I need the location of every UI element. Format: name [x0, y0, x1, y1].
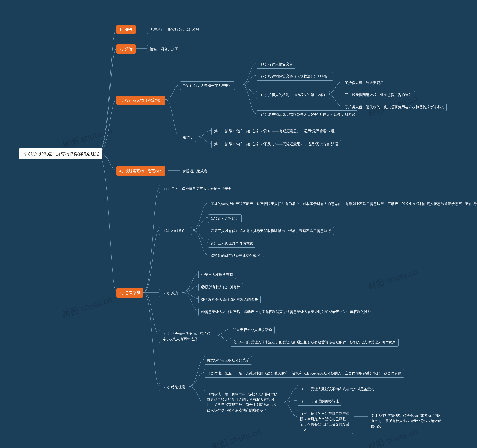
- watermark: 树图 shutu.cn: [61, 124, 114, 151]
- node-3-a-3[interactable]: （3）拾得人的权利（《物权法》第112条）: [256, 91, 330, 99]
- node-3-a-3-iii[interactable]: ③拾得人侵占遗失物的，丧失必要费用请求权和悬赏报酬请求权: [342, 103, 447, 111]
- watermark: 树图 shutu.cn: [210, 426, 263, 448]
- node-5-e-3-c-1[interactable]: 受让人依照前款规定取得不动产或者动产的所有权的，原所有权人有权向无处分权人请求赔…: [368, 412, 446, 430]
- node-5-e[interactable]: （5）特别注意: [159, 383, 188, 391]
- node-3-a-4[interactable]: （4）遗失物归属：招领公告之日起6个月内无人认领，归国家: [256, 110, 358, 119]
- node-5-d[interactable]: （4）遗失物一般不适用善意取得，权利人有两种选择: [159, 330, 215, 343]
- node-5-e-3-b[interactable]: （二）以合理的价格转让: [297, 397, 342, 406]
- node-1-a[interactable]: 无主动产，事实行为，原始取得: [147, 25, 202, 34]
- node-3-a-3-ii[interactable]: ②一般无报酬请求权，但有悬赏广告的除外: [342, 91, 415, 99]
- node-5-b[interactable]: （2）构成要件：: [159, 227, 192, 235]
- node-2[interactable]: 2、添附: [116, 44, 136, 54]
- node-5-e-3[interactable]: 《物权法》第一百零六条 无处分权人将不动产或者动产转让给受让人的，所有权人有权追…: [204, 390, 282, 414]
- node-3[interactable]: 3、拾得遗失物（漂流物）: [116, 95, 166, 105]
- node-5-b-4[interactable]: ④第三人受让财产时为善意: [208, 239, 256, 248]
- node-5-b-3[interactable]: ③第三人以有偿方式取得：排除无偿取得即赠与、继承、遗赠不适用善意取得: [208, 227, 334, 235]
- node-2-a[interactable]: 附合、混合、加工: [147, 45, 181, 53]
- node-3-a-2[interactable]: （2）拾得物保管义务（《物权法》第111条）: [256, 72, 333, 81]
- node-5-e-1[interactable]: 善意取得与无权处分的关系: [204, 356, 252, 365]
- watermark: 树图 shutu.cn: [367, 266, 419, 293]
- node-5-b-2[interactable]: ②转让人无权处分: [208, 214, 242, 223]
- node-4-a[interactable]: 参照遗失物规定: [180, 167, 210, 175]
- watermark: 树图 shutu.cn: [61, 294, 114, 320]
- node-3-b-2[interactable]: 第二，拾得＋“自主占有”心态（“不及时”——无返还意思），适用“无权占有”法理: [211, 140, 341, 148]
- node-5[interactable]: 5、善意取得: [116, 288, 143, 298]
- node-5-e-2[interactable]: 《合同法》第五十一条 无处分权的人处分他人财产，经权利人追认或者无处分权的人订立…: [204, 369, 404, 378]
- node-5-c[interactable]: （3）效力: [159, 289, 181, 297]
- node-3-b[interactable]: 总结：: [180, 134, 196, 142]
- node-5-b-5[interactable]: ⑤转让的财产已经完成交付或登记: [208, 252, 266, 260]
- node-3-a[interactable]: 事实行为，遗失物并非无主财产: [180, 81, 235, 90]
- node-4[interactable]: 4、发现埋藏物、隐藏物：: [116, 166, 166, 176]
- node-5-c-4[interactable]: ④善意受让人取得动产后，该动产上的原有权利消灭，但善意受让人在受让时知道或者应当…: [198, 308, 374, 316]
- mindmap-canvas: 树图 shutu.cn 树图 shutu.cn 树图 shutu.cn 树图 s…: [0, 0, 477, 448]
- node-5-d-2[interactable]: ②二年内向受让人请求返还。但受让人如通过拍卖或有经营资格者处购得，权利人需支付受…: [230, 338, 399, 347]
- node-5-a[interactable]: （1）目的：保护善意第三人，维护交易安全: [159, 185, 234, 193]
- node-5-b-1[interactable]: ①标的物包括动产和不动产：动产仅限于委托占有的场合，对非基于所有人的意思的占有原…: [208, 200, 477, 208]
- node-5-c-1[interactable]: ①第三人取得所有权: [198, 271, 236, 279]
- connector-lines: [0, 0, 477, 448]
- node-5-d-1[interactable]: ①向无权处分人请求赔偿: [230, 326, 275, 334]
- node-1[interactable]: 1、先占: [116, 25, 136, 34]
- node-3-a-1[interactable]: （1）拾得人报告义务: [256, 60, 296, 69]
- node-5-e-3-a[interactable]: （一）受让人受让该不动产或者动产时是善意的: [297, 385, 377, 394]
- node-5-c-3[interactable]: ③无权处分人赔偿原所有权人的损失: [198, 295, 261, 304]
- node-5-e-3-c[interactable]: （三）转让的不动产或者动产依照法律规定应当登记的已经登记，不需要登记的已经交付给…: [297, 410, 353, 434]
- node-3-b-1[interactable]: 第一，拾得＋“他主占有”心态（“及时”——有返还意思），适用“无因管理”法理: [211, 127, 337, 135]
- node-3-a-3-i[interactable]: ①拾得人可主张必要费用: [342, 79, 387, 87]
- root-node[interactable]: 《民法》知识点：所有物取得的特别规定: [19, 148, 102, 159]
- node-5-c-2[interactable]: ②原所有权人丧失所有权: [198, 283, 243, 291]
